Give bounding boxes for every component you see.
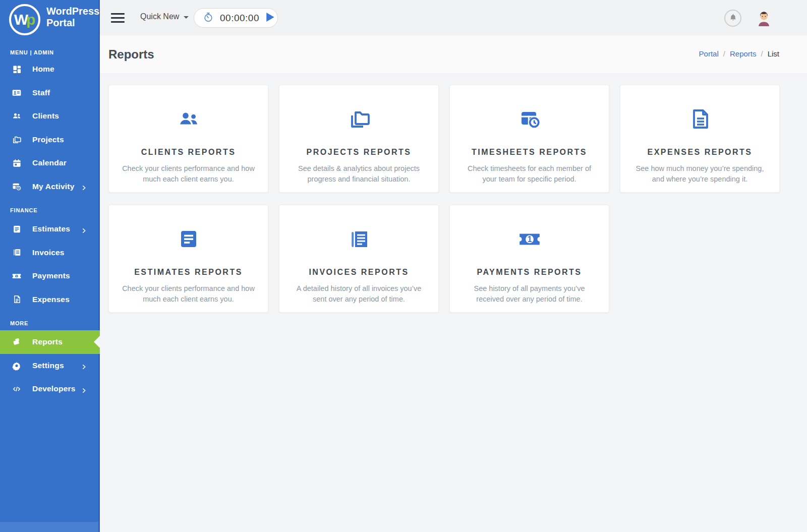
brand-name: WordPress Portal (46, 6, 99, 29)
hamburger-menu-icon[interactable] (111, 13, 125, 23)
card-description: Check your clients performance and how m… (109, 163, 268, 185)
card-description: Check timesheets for each member of your… (450, 163, 609, 185)
bell-icon (729, 13, 737, 24)
expenses-file-icon (12, 294, 22, 305)
card-title: PAYMENTS REPORTS (450, 268, 609, 277)
breadcrumb: Portal / Reports / List (699, 49, 779, 58)
sidebar-item-invoices[interactable]: Invoices (0, 241, 100, 265)
topbar: Quick New 00:00:00 (100, 0, 807, 35)
timer-play-button[interactable] (265, 12, 275, 24)
card-payments-reports[interactable]: 1 PAYMENTS REPORTS See history of all pa… (449, 205, 609, 313)
caret-down-icon (184, 16, 189, 19)
breadcrumb-current: List (768, 49, 779, 58)
card-title: ESTIMATES REPORTS (109, 268, 268, 277)
stopwatch-icon (203, 12, 214, 25)
user-avatar[interactable] (756, 10, 772, 26)
sidebar-item-label: Settings (32, 361, 64, 370)
card-title: CLIENTS REPORTS (109, 148, 268, 157)
svg-text:1: 1 (527, 235, 532, 244)
timer-value: 00:00:00 (220, 13, 259, 24)
brand-line-2: Portal (46, 17, 99, 29)
card-expenses-reports[interactable]: EXPENSES REPORTS See how much money you’… (620, 85, 780, 193)
quick-new-dropdown[interactable]: Quick New (140, 12, 189, 21)
sidebar-item-my-activity[interactable]: My Activity (0, 175, 100, 199)
sidebar-item-payments[interactable]: 1 Payments (0, 264, 100, 288)
card-projects-reports[interactable]: PROJECTS REPORTS See details & analytics… (279, 85, 439, 193)
clients-people-icon (12, 111, 22, 121)
section-heading-more: MORE (0, 311, 100, 330)
chevron-right-icon (81, 226, 87, 232)
logo-letter-p: p (26, 11, 35, 28)
gear-icon (12, 361, 22, 371)
breadcrumb-reports-link[interactable]: Reports (730, 49, 757, 58)
menu-admin-label: MENU | ADMIN (0, 37, 100, 57)
wp-logo-icon: W p (9, 4, 40, 35)
svg-text:1: 1 (16, 274, 17, 277)
breadcrumb-portal-link[interactable]: Portal (699, 49, 719, 58)
active-item-arrow (94, 336, 100, 348)
sidebar-item-calendar[interactable]: Calendar (0, 151, 100, 175)
reports-grid: CLIENTS REPORTS Check your clients perfo… (108, 85, 807, 313)
sidebar-item-clients[interactable]: Clients (0, 104, 100, 128)
sidebar-item-projects[interactable]: Projects (0, 128, 100, 152)
payments-money-icon: 1 (12, 271, 22, 281)
logo-letter-w: W (14, 11, 27, 28)
card-estimates-reports[interactable]: ESTIMATES REPORTS Check your clients per… (108, 205, 268, 313)
card-title: EXPENSES REPORTS (620, 148, 779, 157)
card-invoices-reports[interactable]: INVOICES REPORTS A detailed history of a… (279, 205, 439, 313)
projects-folders-icon (12, 135, 22, 145)
quick-new-label: Quick New (140, 12, 179, 21)
projects-folders-icon (279, 106, 438, 132)
payments-money-icon: 1 (450, 226, 609, 252)
expenses-file-icon (620, 106, 779, 132)
sidebar-item-label: Developers (32, 384, 76, 393)
sidebar-item-label: Projects (32, 135, 64, 144)
sidebar-item-label: Expenses (32, 295, 70, 304)
card-description: See history of all payments you’ve recei… (450, 283, 609, 305)
estimates-document-icon (12, 224, 22, 234)
card-title: TIMESHEETS REPORTS (450, 148, 609, 157)
code-icon (12, 384, 22, 394)
chevron-right-icon (81, 386, 87, 392)
chevron-right-icon (81, 184, 87, 189)
sidebar-bottom-strip (0, 522, 98, 532)
sidebar-item-home[interactable]: Home (0, 57, 100, 81)
sidebar-item-label: Home (32, 65, 54, 74)
timesheet-clock-icon (450, 106, 609, 132)
page-header: Reports Portal / Reports / List (100, 35, 807, 74)
page-title: Reports (108, 47, 154, 62)
card-timesheets-reports[interactable]: TIMESHEETS REPORTS Check timesheets for … (449, 85, 609, 193)
sidebar-item-settings[interactable]: Settings (0, 354, 100, 378)
invoices-paper-icon (12, 248, 22, 258)
card-description: See how much money you’re spending, and … (620, 163, 779, 185)
card-clients-reports[interactable]: CLIENTS REPORTS Check your clients perfo… (108, 85, 268, 193)
card-title: PROJECTS REPORTS (279, 148, 438, 157)
notifications-button[interactable] (724, 10, 741, 27)
sidebar-item-label: Clients (32, 111, 59, 121)
estimates-document-icon (109, 226, 268, 252)
sidebar-item-label: My Activity (32, 182, 74, 191)
sidebar-item-developers[interactable]: Developers (0, 377, 100, 401)
sidebar-item-label: Calendar (32, 158, 67, 167)
sidebar-item-expenses[interactable]: Expenses (0, 288, 100, 312)
calendar-icon (12, 158, 22, 168)
card-description: See details & analytics about projects p… (279, 163, 438, 185)
staff-idcard-icon (12, 88, 22, 98)
card-description: Check your clients performance and how m… (109, 283, 268, 305)
brand[interactable]: W p WordPress Portal (0, 0, 100, 37)
sidebar-item-label: Reports (32, 337, 63, 346)
timer-widget[interactable]: 00:00:00 (194, 8, 278, 28)
sidebar-item-estimates[interactable]: Estimates (0, 217, 100, 241)
sidebar-item-reports[interactable]: Reports (0, 330, 100, 354)
sidebar-nav: Home Staff Clients Projects Calendar (0, 57, 100, 401)
clients-people-icon (109, 106, 268, 132)
sidebar-item-staff[interactable]: Staff (0, 81, 100, 105)
chevron-right-icon (81, 363, 87, 368)
breadcrumb-separator: / (761, 49, 763, 58)
invoices-paper-icon (279, 226, 438, 252)
sidebar-item-label: Payments (32, 271, 70, 280)
activity-timesheet-icon (12, 182, 22, 192)
brand-line-1: WordPress (46, 6, 99, 17)
section-heading-finance: FINANCE (0, 198, 100, 217)
breadcrumb-separator: / (723, 49, 725, 58)
